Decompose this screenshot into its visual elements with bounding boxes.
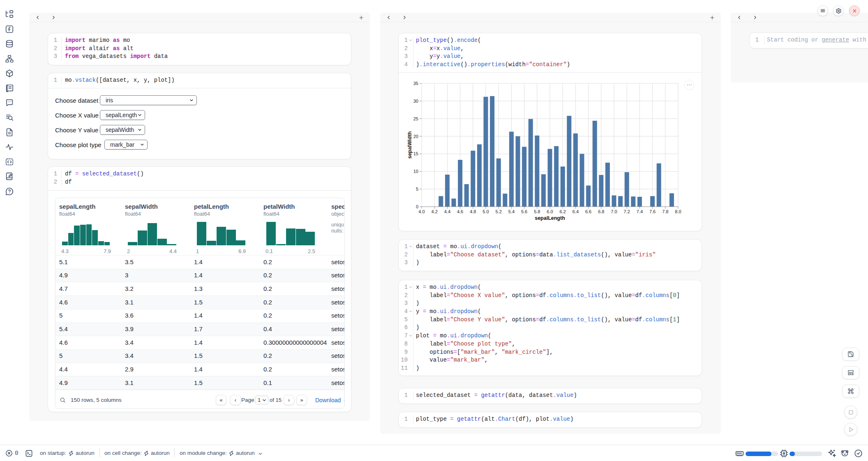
svg-text:5.0: 5.0 — [482, 209, 489, 214]
svg-text:8.0: 8.0 — [675, 209, 681, 214]
svg-text:6.4: 6.4 — [573, 209, 579, 214]
svg-text:4.4: 4.4 — [444, 209, 450, 214]
svg-text:7.8: 7.8 — [662, 209, 668, 214]
svg-text:15: 15 — [413, 151, 418, 156]
svg-text:20: 20 — [413, 134, 418, 139]
svg-text:7.2: 7.2 — [624, 209, 630, 214]
svg-text:35: 35 — [413, 81, 418, 86]
svg-text:6.2: 6.2 — [560, 209, 566, 214]
svg-text:4.6: 4.6 — [457, 209, 463, 214]
svg-text:30: 30 — [413, 99, 418, 104]
svg-text:4.2: 4.2 — [432, 209, 438, 214]
svg-text:25: 25 — [413, 116, 418, 121]
svg-text:5.8: 5.8 — [534, 209, 540, 214]
svg-text:sepalLength: sepalLength — [535, 215, 565, 221]
svg-text:7.6: 7.6 — [649, 209, 656, 214]
svg-text:6.6: 6.6 — [585, 209, 591, 214]
svg-text:5: 5 — [416, 187, 418, 191]
svg-text:5.2: 5.2 — [496, 209, 502, 214]
svg-text:7.4: 7.4 — [637, 209, 643, 214]
svg-text:sepalWidth: sepalWidth — [407, 131, 413, 159]
svg-text:5.4: 5.4 — [508, 209, 515, 214]
svg-text:4.8: 4.8 — [470, 209, 476, 214]
svg-text:6.8: 6.8 — [598, 209, 604, 214]
svg-text:6.0: 6.0 — [547, 209, 553, 214]
svg-text:5.6: 5.6 — [521, 209, 527, 214]
svg-text:4.0: 4.0 — [418, 209, 425, 214]
svg-text:10: 10 — [413, 169, 418, 174]
svg-text:0: 0 — [416, 204, 418, 209]
svg-text:7.0: 7.0 — [611, 209, 617, 214]
